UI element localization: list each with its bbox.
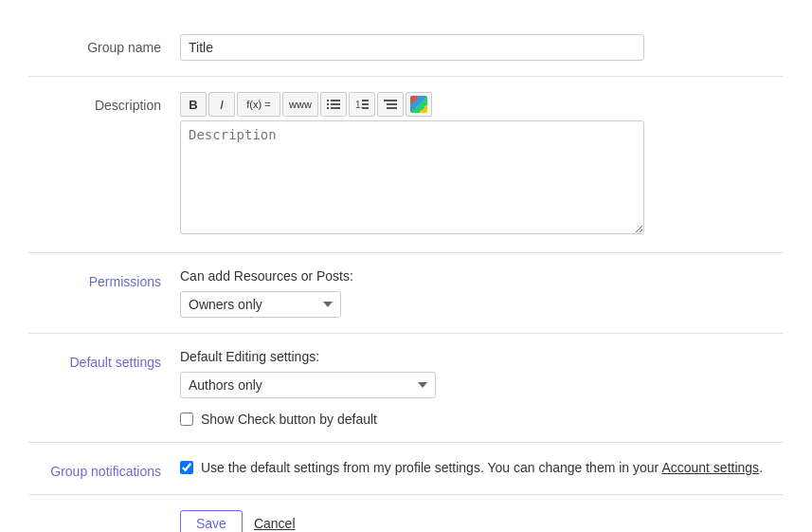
permissions-row: Permissions Can add Resources or Posts: …	[28, 253, 784, 334]
group-notifications-content: Use the default settings from my profile…	[180, 458, 784, 478]
unordered-list-button[interactable]	[320, 92, 347, 117]
notifications-message: Use the default settings from my profile…	[201, 460, 661, 475]
account-settings-link[interactable]: Account settings	[661, 460, 759, 475]
cancel-button[interactable]: Cancel	[254, 516, 296, 531]
formula-button[interactable]: f(x) =	[237, 92, 280, 117]
svg-rect-1	[331, 100, 340, 101]
svg-rect-0	[327, 100, 329, 101]
svg-rect-12	[387, 107, 397, 109]
svg-rect-9	[362, 107, 369, 109]
bold-button[interactable]: B	[180, 92, 207, 117]
svg-rect-8	[362, 103, 369, 105]
notifications-end: .	[759, 460, 763, 475]
permissions-select[interactable]: Owners only Authors only All members	[180, 291, 341, 318]
show-check-button-checkbox[interactable]	[180, 413, 193, 426]
footer-row: Save Cancel	[28, 495, 784, 532]
svg-rect-2	[327, 103, 329, 105]
default-editing-label: Default Editing settings:	[180, 349, 784, 364]
default-settings-label: Default settings	[28, 349, 180, 370]
description-textarea[interactable]	[180, 120, 644, 234]
svg-rect-7	[362, 100, 369, 101]
default-editing-select[interactable]: Authors only Owners only All members	[180, 372, 436, 398]
indent-button[interactable]	[377, 92, 404, 117]
svg-rect-10	[384, 100, 397, 101]
default-settings-row: Default settings Default Editing setting…	[28, 334, 784, 443]
color-swatch	[410, 96, 427, 113]
show-check-button-row: Show Check button by default	[180, 412, 784, 427]
description-content: B I f(x) = www 1.	[180, 92, 784, 237]
show-check-button-label: Show Check button by default	[201, 412, 377, 427]
permissions-content: Can add Resources or Posts: Owners only …	[180, 268, 784, 318]
ordered-list-button[interactable]: 1.	[349, 92, 375, 117]
svg-rect-4	[327, 107, 329, 109]
use-default-notifications-checkbox[interactable]	[180, 461, 193, 474]
description-label: Description	[28, 92, 180, 113]
notifications-text: Use the default settings from my profile…	[201, 458, 784, 478]
description-row: Description B I f(x) = www 1.	[28, 77, 784, 253]
group-notifications-label: Group notifications	[28, 458, 180, 479]
description-toolbar: B I f(x) = www 1.	[180, 92, 784, 117]
notifications-info: Use the default settings from my profile…	[180, 458, 784, 478]
svg-rect-3	[331, 103, 340, 105]
default-settings-content: Default Editing settings: Authors only O…	[180, 349, 784, 427]
color-button[interactable]	[406, 92, 432, 117]
group-notifications-row: Group notifications Use the default sett…	[28, 443, 784, 495]
svg-rect-5	[331, 107, 340, 109]
link-button[interactable]: www	[282, 92, 318, 117]
save-button[interactable]: Save	[180, 510, 243, 532]
svg-rect-11	[387, 103, 397, 105]
group-name-row: Group name	[28, 19, 784, 77]
can-add-label: Can add Resources or Posts:	[180, 268, 784, 284]
group-name-content	[180, 34, 784, 61]
group-name-label: Group name	[28, 34, 180, 55]
group-name-input[interactable]	[180, 34, 644, 61]
italic-button[interactable]: I	[208, 92, 235, 117]
permissions-label: Permissions	[28, 268, 180, 289]
